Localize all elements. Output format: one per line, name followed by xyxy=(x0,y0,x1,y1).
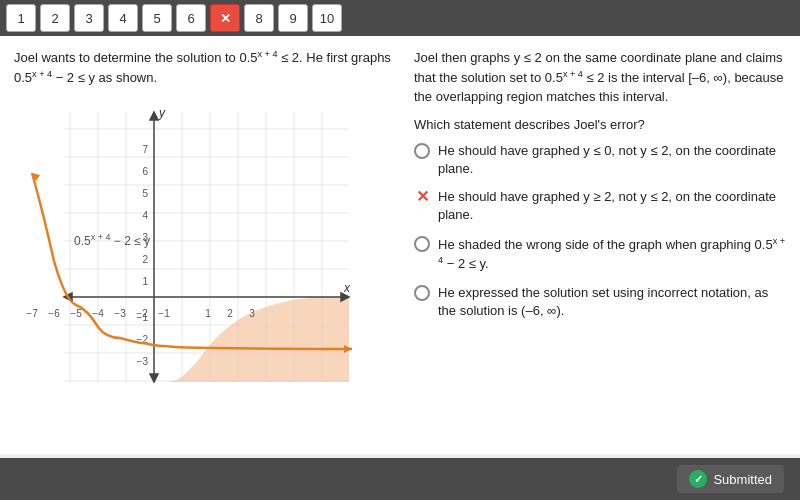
svg-text:3: 3 xyxy=(249,308,255,319)
radio-x-b[interactable]: ✕ xyxy=(414,189,430,205)
nav-btn-8[interactable]: 8 xyxy=(244,4,274,32)
nav-btn-4[interactable]: 4 xyxy=(108,4,138,32)
svg-text:−3: −3 xyxy=(114,308,126,319)
submitted-text: Submitted xyxy=(713,472,772,487)
nav-btn-6[interactable]: 6 xyxy=(176,4,206,32)
left-question-text: Joel wants to determine the solution to … xyxy=(14,48,394,87)
svg-text:−1: −1 xyxy=(158,308,170,319)
option-d-text: He expressed the solution set using inco… xyxy=(438,284,786,320)
right-intro-text: Joel then graphs y ≤ 2 on the same coord… xyxy=(414,48,786,107)
y-axis-label: y xyxy=(158,106,166,120)
svg-text:2: 2 xyxy=(227,308,233,319)
svg-text:1: 1 xyxy=(142,276,148,287)
shaded-region xyxy=(64,112,349,382)
left-panel: Joel wants to determine the solution to … xyxy=(14,48,404,442)
radio-c[interactable] xyxy=(414,236,430,252)
check-icon: ✓ xyxy=(689,470,707,488)
question-label: Which statement describes Joel's error? xyxy=(414,117,786,132)
radio-a[interactable] xyxy=(414,143,430,159)
nav-btn-10[interactable]: 10 xyxy=(312,4,342,32)
nav-btn-2[interactable]: 2 xyxy=(40,4,70,32)
svg-marker-24 xyxy=(150,112,158,120)
graph-equation-label: 0.5x + 4 − 2 ≤ y xyxy=(74,232,150,248)
nav-btn-3[interactable]: 3 xyxy=(74,4,104,32)
answer-option-a[interactable]: He should have graphed y ≤ 0, not y ≤ 2,… xyxy=(414,142,786,178)
svg-text:−1: −1 xyxy=(137,312,149,323)
main-content: Joel wants to determine the solution to … xyxy=(0,36,800,454)
svg-text:7: 7 xyxy=(142,144,148,155)
svg-text:5: 5 xyxy=(142,188,148,199)
svg-text:−5: −5 xyxy=(70,308,82,319)
right-panel: Joel then graphs y ≤ 2 on the same coord… xyxy=(404,48,786,442)
nav-btn-7-active[interactable]: ✕ xyxy=(210,4,240,32)
option-a-text: He should have graphed y ≤ 0, not y ≤ 2,… xyxy=(438,142,786,178)
answer-option-c[interactable]: He shaded the wrong side of the graph wh… xyxy=(414,235,786,274)
svg-text:6: 6 xyxy=(142,166,148,177)
nav-btn-9[interactable]: 9 xyxy=(278,4,308,32)
graph-container: x y −7 −6 −5 −4 −3 −2 −1 1 xyxy=(14,97,354,397)
answer-option-d[interactable]: He expressed the solution set using inco… xyxy=(414,284,786,320)
svg-text:1: 1 xyxy=(205,308,211,319)
svg-text:4: 4 xyxy=(142,210,148,221)
answer-option-b[interactable]: ✕ He should have graphed y ≥ 2, not y ≤ … xyxy=(414,188,786,224)
radio-d[interactable] xyxy=(414,285,430,301)
svg-text:−7: −7 xyxy=(26,308,38,319)
nav-btn-1[interactable]: 1 xyxy=(6,4,36,32)
y-tick-labels: 7 6 5 4 3 2 1 −1 −2 −3 xyxy=(137,144,149,367)
coordinate-graph: x y −7 −6 −5 −4 −3 −2 −1 1 xyxy=(14,97,354,397)
top-navigation: 1 2 3 4 5 6 ✕ 8 9 10 xyxy=(0,0,800,36)
svg-text:2: 2 xyxy=(142,254,148,265)
svg-text:−3: −3 xyxy=(137,356,149,367)
svg-text:−4: −4 xyxy=(92,308,104,319)
bottom-bar: ✓ Submitted xyxy=(0,458,800,500)
x-axis-label: x xyxy=(343,281,351,295)
nav-btn-5[interactable]: 5 xyxy=(142,4,172,32)
svg-text:−6: −6 xyxy=(48,308,60,319)
submitted-badge: ✓ Submitted xyxy=(677,465,784,493)
option-c-text: He shaded the wrong side of the graph wh… xyxy=(438,235,786,274)
option-b-text: He should have graphed y ≥ 2, not y ≤ 2,… xyxy=(438,188,786,224)
